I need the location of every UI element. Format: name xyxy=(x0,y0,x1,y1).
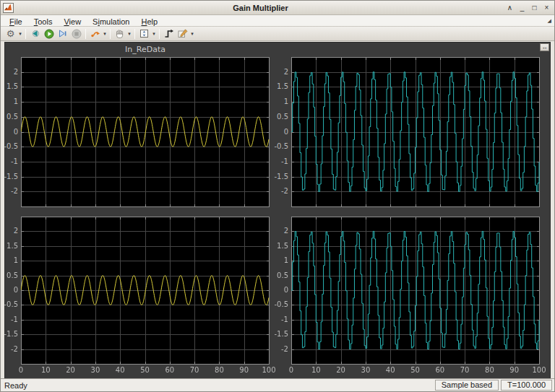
toolbar-separator xyxy=(110,29,111,39)
x-tick-label: 90 xyxy=(504,366,525,374)
menu-bar: FileToolsViewSimulationHelp ◢ xyxy=(1,15,554,27)
step-back-button[interactable] xyxy=(28,27,42,40)
y-tick-label: 0.5 xyxy=(0,271,18,279)
menu-file[interactable]: File xyxy=(4,17,28,26)
y-tick-label: -0.5 xyxy=(0,300,18,308)
y-tick-label: 1.5 xyxy=(270,82,288,90)
run-button[interactable] xyxy=(42,27,56,40)
minimize-button[interactable]: _ xyxy=(517,3,528,13)
signal-selector-icon xyxy=(90,29,100,38)
title-bar[interactable]: Gain Multiplier ∧ _ □ × xyxy=(1,1,554,15)
y-tick-label: 1 xyxy=(0,256,18,264)
plot-bottom-left[interactable] xyxy=(21,217,270,365)
signal-selector-dropdown-icon[interactable]: ▾ xyxy=(102,27,108,40)
menu-simulation[interactable]: Simulation xyxy=(87,17,135,26)
y-tick-label: -1 xyxy=(270,315,288,323)
x-tick-label: 50 xyxy=(134,366,156,374)
measurements-button[interactable] xyxy=(176,27,189,40)
plot-region: ↔ In_ReData21.510.50-0.5-1-1.5-221.510.5… xyxy=(4,42,551,379)
x-tick-label: 100 xyxy=(528,366,550,374)
toolbar-separator xyxy=(25,29,26,39)
y-tick-label: 2 xyxy=(0,227,18,235)
status-text: Ready xyxy=(1,381,435,390)
plot-canvas[interactable] xyxy=(291,217,540,365)
x-tick-label: 30 xyxy=(355,366,377,374)
close-button[interactable]: × xyxy=(541,3,552,13)
menu-help[interactable]: Help xyxy=(135,17,163,26)
y-tick-label: 0 xyxy=(270,128,288,136)
y-tick-label: 2 xyxy=(270,227,288,235)
pan-dropdown-icon[interactable]: ▾ xyxy=(126,27,132,40)
y-tick-label: -1.5 xyxy=(270,173,288,180)
measurements-dropdown-icon[interactable]: ▾ xyxy=(189,27,195,40)
configuration-button[interactable]: ⚙ xyxy=(4,27,17,40)
y-tick-label: 1 xyxy=(270,97,288,105)
menu-view[interactable]: View xyxy=(58,17,87,26)
maximize-button[interactable]: □ xyxy=(529,3,540,13)
x-tick-label: 20 xyxy=(330,366,352,374)
expand-button[interactable]: ↔ xyxy=(540,43,549,51)
plot-canvas[interactable] xyxy=(21,57,270,207)
y-tick-label: -1.5 xyxy=(270,330,288,338)
window-title: Gain Multiplier xyxy=(17,4,504,12)
x-tick-label: 80 xyxy=(208,366,230,374)
y-tick-label: -2 xyxy=(270,187,288,195)
pencil-icon xyxy=(178,29,188,38)
configuration-dropdown-icon[interactable]: ▾ xyxy=(17,27,23,40)
y-tick-label: 0 xyxy=(270,286,288,294)
y-tick-label: -2 xyxy=(0,345,18,353)
y-tick-label: -0.5 xyxy=(0,142,18,150)
menu-tools[interactable]: Tools xyxy=(28,17,59,26)
status-sim-time: T=100.000 xyxy=(501,380,552,391)
fit-view-icon xyxy=(139,29,149,38)
pan-button[interactable] xyxy=(113,27,126,40)
stop-button[interactable] xyxy=(69,27,83,40)
y-tick-label: -1 xyxy=(0,315,18,323)
plot-top-left[interactable] xyxy=(21,57,270,207)
trigger-icon xyxy=(164,29,174,38)
y-tick-label: 2 xyxy=(270,68,288,76)
matlab-icon xyxy=(3,3,14,13)
x-tick-label: 10 xyxy=(35,366,56,374)
plot-bottom-right[interactable] xyxy=(291,217,540,365)
x-tick-label: 10 xyxy=(305,366,327,374)
y-tick-label: -1.5 xyxy=(0,173,18,180)
y-tick-label: 1 xyxy=(270,256,288,264)
plot-top-right[interactable] xyxy=(291,57,540,207)
zoom-fit-button[interactable] xyxy=(137,27,151,40)
y-tick-label: -1 xyxy=(270,157,288,165)
toolbar-separator xyxy=(134,29,135,39)
step-forward-button[interactable] xyxy=(56,27,69,40)
scope-window: Gain Multiplier ∧ _ □ × FileToolsViewSim… xyxy=(0,0,555,392)
y-tick-label: 1.5 xyxy=(270,242,288,250)
y-tick-label: -2 xyxy=(0,187,18,195)
plot-canvas[interactable] xyxy=(291,57,540,207)
signal-selector-button[interactable] xyxy=(88,27,102,40)
y-tick-label: 1.5 xyxy=(0,242,18,250)
run-icon xyxy=(44,29,54,39)
x-tick-label: 60 xyxy=(429,366,451,374)
x-tick-label: 40 xyxy=(109,366,131,374)
x-tick-label: 0 xyxy=(280,366,302,374)
toolbar-separator xyxy=(159,29,160,39)
shade-button[interactable]: ∧ xyxy=(504,3,515,13)
y-tick-label: 0 xyxy=(0,128,18,136)
trigger-button[interactable] xyxy=(162,27,176,40)
x-tick-label: 60 xyxy=(159,366,181,374)
status-sample-mode: Sample based xyxy=(435,380,499,391)
toolbar: ⚙ ▾ xyxy=(1,27,554,41)
plot-canvas[interactable] xyxy=(21,217,270,365)
gear-icon: ⚙ xyxy=(7,27,15,40)
zoom-fit-dropdown-icon[interactable]: ▾ xyxy=(151,27,157,40)
y-tick-label: -1.5 xyxy=(0,330,18,338)
y-tick-label: 2 xyxy=(0,68,18,76)
status-bar: Ready Sample based T=100.000 xyxy=(1,378,554,391)
y-tick-label: 0.5 xyxy=(270,271,288,279)
plot-title: In_ReData xyxy=(21,45,270,54)
stop-icon xyxy=(72,29,82,39)
x-tick-label: 70 xyxy=(454,366,476,374)
x-tick-label: 30 xyxy=(85,366,106,374)
x-tick-label: 20 xyxy=(60,366,82,374)
x-tick-label: 90 xyxy=(233,366,255,374)
menu-overflow-arrow-icon[interactable]: ◢ xyxy=(548,18,551,23)
